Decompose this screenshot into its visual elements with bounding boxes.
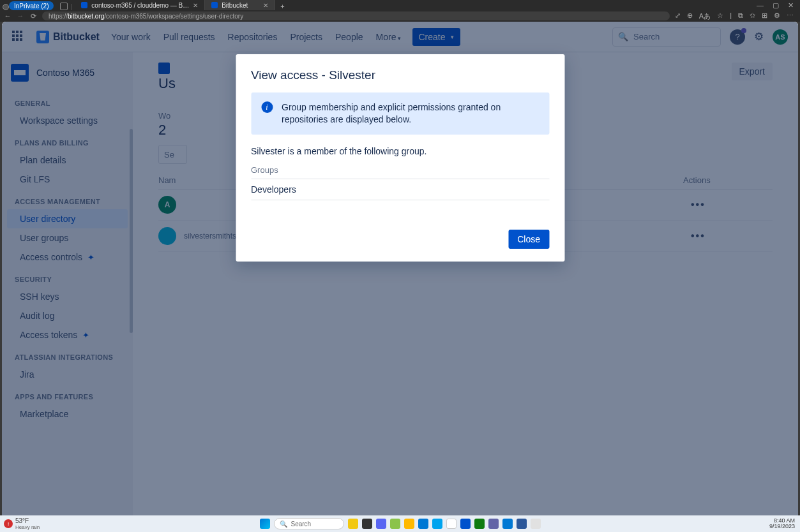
notification-dot-icon	[741, 28, 746, 33]
weather-cond: Heavy rain	[15, 524, 40, 530]
bitbucket-logo[interactable]: Bitbucket	[36, 31, 100, 43]
addr-icon[interactable]: Aあ	[699, 11, 711, 21]
user-avatar-icon: A	[158, 196, 176, 214]
sidebar-item-marketplace[interactable]: Marketplace	[7, 404, 128, 424]
browser-tab-1[interactable]: Bitbucket ✕	[205, 0, 275, 10]
new-tab-button[interactable]: +	[275, 3, 289, 10]
workspace-icon	[11, 64, 29, 82]
row-actions-button[interactable]: •••	[683, 230, 773, 242]
nav-more[interactable]: More▾	[376, 32, 401, 42]
window-close-icon[interactable]: ✕	[788, 1, 794, 10]
sidebar-item-plan-details[interactable]: Plan details	[7, 151, 128, 170]
tabs-overview-icon[interactable]	[60, 3, 68, 10]
taskbar-app-icon[interactable]	[418, 519, 428, 529]
taskbar-app-icon[interactable]	[474, 519, 485, 529]
filter-input[interactable]: Se	[158, 145, 187, 164]
group-row: Developers	[251, 179, 549, 200]
system-tray[interactable]: 8:40 AM 9/19/2023	[769, 518, 800, 529]
view-access-modal: View access - Silvester i Group membersh…	[236, 54, 564, 262]
sidebar-item-jira[interactable]: Jira	[7, 365, 128, 384]
addr-icon[interactable]: ⊞	[762, 11, 767, 21]
help-icon[interactable]: ?	[730, 29, 745, 45]
sidebar-section-apps: APPS AND FEATURES	[2, 393, 133, 404]
sidebar-item-audit-log[interactable]: Audit log	[7, 306, 128, 325]
tab-close-icon[interactable]: ✕	[263, 2, 268, 9]
sidebar-item-access-tokens[interactable]: Access tokens ✦	[7, 325, 128, 344]
browser-tab-0[interactable]: contoso-m365 / clouddemo — B… ✕	[75, 0, 205, 10]
tab-favicon-icon	[211, 2, 218, 8]
addr-icon[interactable]: ⋯	[787, 11, 794, 21]
sidebar-section-access: ACCESS MANAGEMENT	[2, 198, 133, 209]
taskbar-app-icon[interactable]	[502, 519, 513, 529]
create-button[interactable]: Create ▾	[412, 28, 460, 46]
app-switcher-icon[interactable]	[12, 31, 25, 43]
taskbar-app-icon[interactable]	[531, 519, 541, 529]
row-actions-button[interactable]: •••	[683, 199, 773, 211]
addr-icon[interactable]: ⚙	[774, 11, 780, 21]
bitbucket-logo-icon	[36, 31, 49, 43]
export-button[interactable]: Export	[732, 63, 773, 80]
workspace-header[interactable]: Contoso M365	[2, 64, 133, 93]
nav-repositories[interactable]: Repositories	[228, 32, 278, 42]
addr-icon[interactable]: ⤢	[675, 11, 681, 21]
browser-back-icon[interactable]: ←	[4, 12, 11, 20]
taskbar-app-icon[interactable]	[460, 519, 471, 529]
chevron-down-icon: ▾	[398, 35, 401, 41]
taskbar-app-icon[interactable]	[517, 519, 527, 529]
addr-icon[interactable]: ⧉	[738, 11, 743, 21]
taskbar-app-icon[interactable]	[404, 519, 414, 529]
create-label: Create	[419, 32, 446, 42]
sidebar-item-workspace-settings[interactable]: Workspace settings	[7, 111, 128, 130]
column-actions: Actions	[683, 175, 773, 185]
tab-title: Bitbucket	[222, 2, 248, 9]
chevron-down-icon: ▾	[451, 34, 454, 40]
window-minimize-icon[interactable]: —	[757, 1, 764, 10]
nav-pull-requests[interactable]: Pull requests	[163, 32, 215, 42]
settings-icon[interactable]: ⚙	[754, 30, 764, 43]
address-bar[interactable]: https:// bitbucket.org /contoso-m365/wor…	[42, 11, 670, 20]
taskbar-app-icon[interactable]	[446, 519, 457, 529]
clock-date: 9/19/2023	[769, 524, 795, 529]
addr-icon[interactable]: ✩	[750, 11, 755, 21]
taskbar-weather[interactable]: ! 53°F Heavy rain	[0, 517, 40, 530]
taskbar-app-icon[interactable]	[488, 519, 499, 529]
addr-icon[interactable]: ⊕	[687, 11, 693, 21]
sidebar-scrollbar[interactable]	[130, 129, 133, 333]
groups-header: Groups	[251, 165, 549, 179]
sidebar-section-security: SECURITY	[2, 276, 133, 287]
close-button[interactable]: Close	[508, 230, 549, 249]
nav-people[interactable]: People	[335, 32, 363, 42]
taskbar-app-icon[interactable]	[362, 519, 372, 529]
sidebar-item-ssh-keys[interactable]: SSH keys	[7, 287, 128, 306]
sidebar-item-access-controls[interactable]: Access controls ✦	[7, 248, 128, 267]
nav-projects[interactable]: Projects	[290, 32, 322, 42]
sidebar-item-git-lfs[interactable]: Git LFS	[7, 170, 128, 189]
browser-reload-icon[interactable]: ⟳	[29, 12, 37, 20]
user-avatar[interactable]: AS	[773, 29, 788, 45]
sparkle-icon: ✦	[87, 253, 94, 262]
taskbar-app-icon[interactable]	[376, 519, 386, 529]
taskbar-app-icon[interactable]	[390, 519, 400, 529]
search-icon: 🔍	[618, 32, 628, 41]
info-text: Group membership and explicit permission…	[282, 101, 539, 126]
workspace-name: Contoso M365	[36, 68, 94, 78]
search-icon: 🔍	[280, 521, 287, 528]
start-icon[interactable]	[260, 519, 270, 529]
sidebar-item-user-directory[interactable]: User directory	[7, 209, 128, 228]
modal-title: View access - Silvester	[251, 68, 549, 82]
search-input[interactable]: 🔍 Search	[612, 27, 721, 47]
taskbar-app-icon[interactable]	[348, 519, 358, 529]
addr-icon[interactable]: ☆	[717, 11, 723, 21]
windows-taskbar: ! 53°F Heavy rain 🔍 Search 8:40 AM 9/19/…	[0, 515, 800, 532]
browser-forward-icon: →	[17, 12, 24, 20]
sidebar-item-user-groups[interactable]: User groups	[7, 228, 128, 248]
taskbar-search[interactable]: 🔍 Search	[274, 518, 344, 529]
user-avatar-icon	[158, 227, 176, 245]
sidebar-section-general: GENERAL	[2, 100, 133, 111]
window-maximize-icon[interactable]: ▢	[773, 1, 779, 10]
nav-your-work[interactable]: Your work	[111, 32, 151, 42]
search-placeholder: Search	[633, 32, 660, 41]
tab-close-icon[interactable]: ✕	[193, 2, 198, 9]
taskbar-app-icon[interactable]	[432, 519, 442, 529]
sidebar-section-plans: PLANS AND BILLING	[2, 139, 133, 151]
